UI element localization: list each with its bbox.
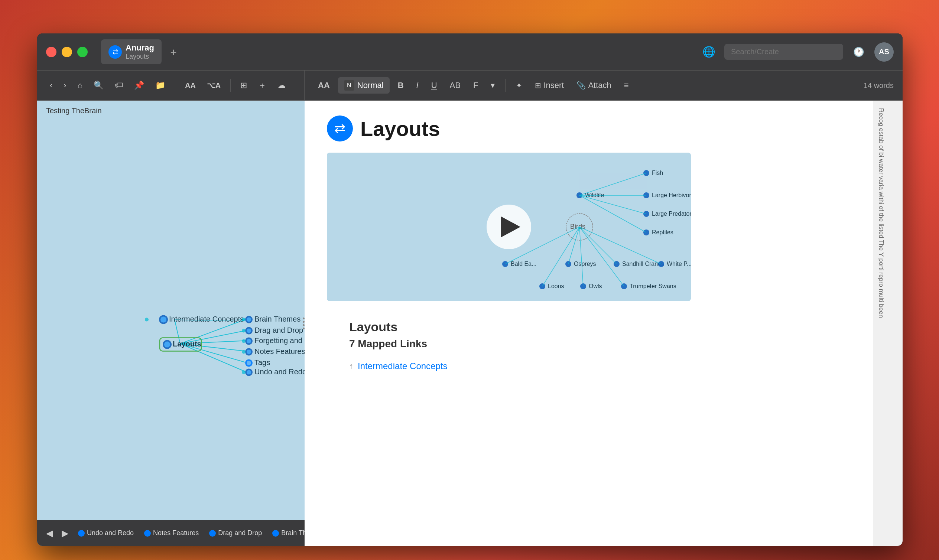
svg-text:Owls: Owls: [589, 283, 602, 289]
tag-button[interactable]: 🏷: [111, 78, 127, 93]
status-label-notes: Notes Features: [153, 529, 199, 537]
lines-button[interactable]: ≡: [620, 78, 633, 93]
svg-line-67: [579, 195, 646, 232]
svg-line-69: [568, 227, 579, 264]
main-content: Testing TheBrain: [37, 101, 903, 546]
active-tab[interactable]: ⇄ Anurag Layouts: [101, 39, 162, 64]
toolbars-row: ‹ › ⌂ 🔍 🏷 📌 📁 AA ⌥A ⊞ ＋ ☁ AA N Normal B …: [37, 71, 903, 101]
svg-text:Fish: Fish: [652, 170, 663, 176]
svg-point-8: [160, 317, 166, 323]
svg-point-25: [242, 339, 246, 343]
titlebar-right: 🌐 🕐 AS: [700, 42, 894, 62]
svg-text:Bald Ea...: Bald Ea...: [511, 261, 536, 267]
sidebar-text: Recog estab of bi water varia withi of t…: [877, 108, 885, 318]
svg-line-64: [579, 173, 646, 195]
svg-text:Ospreys: Ospreys: [574, 261, 596, 267]
status-nav-next[interactable]: ▶: [59, 526, 71, 540]
search-input[interactable]: [724, 44, 843, 60]
font-size-button[interactable]: AA: [181, 78, 200, 93]
insert-button[interactable]: ⊞ Insert: [530, 78, 568, 93]
graph-area[interactable]: Intermediate Concepts Layouts Brain Them…: [37, 101, 305, 520]
svg-text:Large Predators: Large Predators: [652, 211, 691, 217]
toolbar-divider-1: [175, 79, 175, 92]
globe-icon[interactable]: 🌐: [700, 44, 717, 60]
home-button[interactable]: ⌂: [74, 78, 86, 93]
pin-button[interactable]: 📌: [130, 78, 148, 93]
note-style-dropdown[interactable]: N Normal: [338, 77, 389, 94]
svg-line-73: [579, 227, 583, 286]
status-nav-prev[interactable]: ◀: [43, 526, 56, 540]
status-bar: ◀ ▶ Undo and Redo Notes Features Drag an…: [37, 520, 305, 546]
svg-point-16: [246, 317, 251, 322]
play-button[interactable]: [486, 205, 531, 249]
svg-point-17: [242, 318, 246, 322]
svg-point-24: [246, 339, 251, 343]
underline-button[interactable]: U: [427, 78, 442, 93]
avatar[interactable]: AS: [874, 42, 894, 62]
dropdown-button[interactable]: ▾: [486, 78, 499, 93]
nav-back-button[interactable]: ‹: [46, 78, 56, 93]
svg-text:Sandhill Cranes: Sandhill Cranes: [622, 261, 664, 267]
svg-point-20: [246, 329, 251, 333]
svg-text:Drag and Drop: Drag and Drop: [254, 326, 303, 334]
add-tab-button[interactable]: ＋: [165, 44, 182, 60]
play-triangle-icon: [501, 217, 520, 237]
status-item-undo-redo[interactable]: Undo and Redo: [74, 527, 137, 539]
italic-button[interactable]: I: [412, 78, 423, 93]
svg-text:Intermediate Concepts: Intermediate Concepts: [169, 315, 244, 323]
note-title-row: ⇄ Layouts: [327, 115, 851, 142]
note-panel: ⇄ Layouts Fish Wildlife Large Herbivores: [305, 101, 873, 546]
search-button[interactable]: 🔍: [90, 78, 107, 93]
svg-point-32: [246, 361, 251, 365]
svg-text:Notes Features: Notes Features: [254, 347, 305, 355]
svg-text:Reptiles: Reptiles: [652, 229, 673, 235]
note-content: ⇄ Layouts Fish Wildlife Large Herbivores: [305, 101, 873, 546]
svg-text:Undo and Redo: Undo and Redo: [254, 368, 305, 376]
mapped-links-title: Layouts: [349, 320, 828, 334]
status-label-undo: Undo and Redo: [87, 529, 134, 537]
video-embed[interactable]: Fish Wildlife Large Herbivores Birds Lar…: [327, 152, 691, 301]
nav-forward-button[interactable]: ›: [60, 78, 70, 93]
attach-button[interactable]: 📎 Attach: [572, 78, 616, 93]
mapped-links-section: Layouts 7 Mapped Links ↑ Intermediate Co…: [327, 312, 851, 390]
cloud-button[interactable]: ☁: [274, 78, 289, 93]
svg-point-29: [242, 350, 246, 354]
svg-point-13: [164, 342, 170, 348]
style-label: Normal: [357, 81, 384, 90]
status-item-drag-drop[interactable]: Drag and Drop: [205, 527, 266, 539]
minimize-button[interactable]: [62, 47, 72, 57]
tab-text: Anurag Layouts: [126, 43, 154, 60]
svg-text:Large Herbivores: Large Herbivores: [652, 192, 691, 198]
format-button[interactable]: ⌥A: [203, 78, 224, 93]
font-format-button[interactable]: F: [469, 78, 482, 93]
brain-graph-svg: Intermediate Concepts Layouts Brain Them…: [37, 101, 305, 520]
note-title: Layouts: [360, 117, 440, 141]
maximize-button[interactable]: [77, 47, 88, 57]
status-label-brain: Brain Themes: [281, 529, 305, 537]
svg-point-21: [242, 329, 246, 333]
left-toolbar: ‹ › ⌂ 🔍 🏷 📌 📁 AA ⌥A ⊞ ＋ ☁: [37, 71, 305, 100]
note-font-size-button[interactable]: AA: [314, 78, 334, 93]
ai-button[interactable]: ✦: [511, 78, 527, 93]
status-item-notes-features[interactable]: Notes Features: [140, 527, 202, 539]
folder-button[interactable]: 📁: [152, 78, 169, 93]
svg-line-74: [579, 227, 624, 286]
traffic-lights: [46, 47, 88, 57]
add-node-button[interactable]: ＋: [254, 77, 270, 94]
word-count: 14 words: [864, 82, 894, 90]
highlight-button[interactable]: AB: [445, 78, 465, 93]
svg-line-70: [579, 227, 617, 264]
link-up-arrow: ↑: [349, 362, 353, 371]
bold-button[interactable]: B: [393, 78, 408, 93]
svg-line-5: [180, 344, 245, 372]
right-toolbar: AA N Normal B I U AB F ▾ ✦ ⊞ Insert 📎 At…: [305, 71, 903, 100]
status-item-brain-themes[interactable]: Brain Themes: [269, 527, 305, 539]
tree-button[interactable]: ⊞: [237, 78, 251, 93]
clock-icon[interactable]: 🕐: [851, 44, 867, 60]
mapped-links-count: 7 Mapped Links: [349, 338, 828, 350]
tab-subtitle: Layouts: [126, 53, 154, 60]
resize-handle[interactable]: [302, 101, 305, 546]
mapped-link-item[interactable]: ↑ Intermediate Concepts: [349, 357, 828, 375]
close-button[interactable]: [46, 47, 57, 57]
titlebar: ⇄ Anurag Layouts ＋ 🌐 🕐 AS: [37, 34, 903, 71]
